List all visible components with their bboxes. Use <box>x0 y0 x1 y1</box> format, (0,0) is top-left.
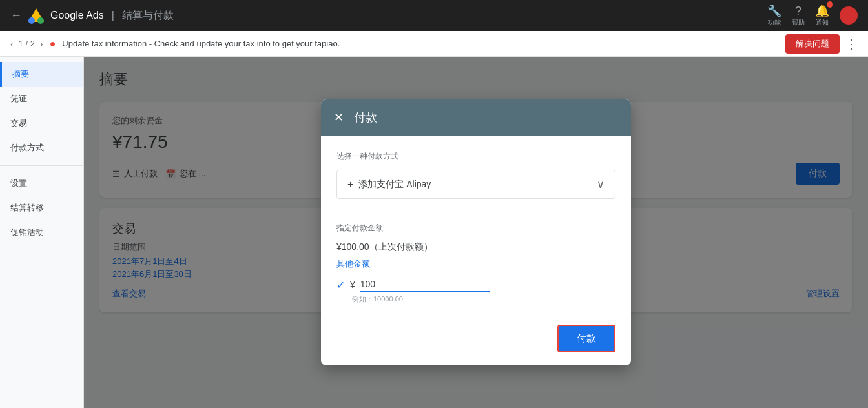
dialog-overlay: ✕ 付款 选择一种付款方式 + 添加支付宝 Alipay ∨ 指定付款金额 <box>84 57 868 408</box>
back-button[interactable]: ← <box>10 9 22 23</box>
amount-input-row: ✓ ¥ <box>336 278 615 292</box>
notif-page-indicator: 1 / 2 <box>19 39 35 48</box>
payment-method-left: + 添加支付宝 Alipay <box>347 179 431 190</box>
top-nav-right: 🔧 功能 ? 帮助 🔔 通知 <box>767 4 858 27</box>
next-notif-btn[interactable]: › <box>40 39 43 49</box>
sidebar-item-summary[interactable]: 摘要 <box>0 62 83 87</box>
notif-more-icon[interactable]: ⋮ <box>845 36 858 52</box>
notif-right: 解决问题 ⋮ <box>785 34 858 54</box>
payment-dialog: ✕ 付款 选择一种付款方式 + 添加支付宝 Alipay ∨ 指定付款金额 <box>321 99 631 365</box>
notif-text: Update tax information - Check and updat… <box>62 39 779 48</box>
dialog-pay-button[interactable]: 付款 <box>557 325 615 352</box>
sidebar-item-payment-method[interactable]: 付款方式 <box>0 136 83 160</box>
tools-icon-wrapper[interactable]: 🔧 功能 <box>767 4 781 27</box>
sidebar-divider-1 <box>0 165 83 166</box>
resolve-button[interactable]: 解决问题 <box>785 34 840 54</box>
content-area: 摘要 您的剩余资金 ¥71.75 ☰ 人工付款 📅 您在 ... 付款 <box>84 57 868 408</box>
amount-input-hint: 例如：10000.00 <box>352 294 615 304</box>
page-title-nav: 结算与付款 <box>122 9 174 23</box>
amount-section-label: 指定付款金额 <box>336 223 615 234</box>
dialog-close-button[interactable]: ✕ <box>334 110 344 125</box>
chevron-down-icon: ∨ <box>597 178 604 190</box>
sidebar-item-campaigns[interactable]: 促销活动 <box>0 220 83 245</box>
plus-icon: + <box>347 179 353 190</box>
prev-notif-btn[interactable]: ‹ <box>10 39 14 49</box>
top-nav-left: ← Google Ads | 结算与付款 <box>10 6 174 25</box>
help-label: 帮助 <box>792 18 805 27</box>
dialog-header: ✕ 付款 <box>321 99 631 136</box>
notif-label: 通知 <box>816 18 829 27</box>
last-amount-label: ¥100.00（上次付款额） <box>336 241 433 253</box>
payment-method-row[interactable]: + 添加支付宝 Alipay ∨ <box>336 170 615 199</box>
notif-bar: ‹ 1 / 2 › ● Update tax information - Che… <box>0 31 868 57</box>
sidebar-item-transactions[interactable]: 交易 <box>0 111 83 136</box>
dialog-footer: 付款 <box>321 317 631 365</box>
app-title: Google Ads <box>50 10 104 21</box>
google-ads-logo: Google Ads <box>27 6 104 25</box>
google-ads-logo-icon <box>27 6 45 25</box>
dialog-body: 选择一种付款方式 + 添加支付宝 Alipay ∨ 指定付款金额 ¥100.00… <box>321 136 631 317</box>
alipay-label: 添加支付宝 Alipay <box>358 179 431 190</box>
amount-input[interactable] <box>360 278 490 292</box>
other-amount-link[interactable]: 其他金额 <box>336 258 615 270</box>
notif-icon-wrapper[interactable]: 🔔 通知 <box>815 4 829 27</box>
tools-label: 功能 <box>768 18 781 27</box>
dialog-title: 付款 <box>354 110 377 125</box>
notif-nav: ‹ 1 / 2 › <box>10 39 43 49</box>
payment-method-label: 选择一种付款方式 <box>336 151 615 162</box>
notif-error-icon: ● <box>50 38 56 50</box>
currency-symbol: ¥ <box>350 280 355 290</box>
sidebar: 摘要 凭证 交易 付款方式 设置 结算转移 促销活动 <box>0 57 84 408</box>
sidebar-item-settings[interactable]: 设置 <box>0 171 83 196</box>
dialog-divider <box>336 212 615 212</box>
sidebar-item-voucher[interactable]: 凭证 <box>0 87 83 111</box>
main-layout: 摘要 凭证 交易 付款方式 设置 结算转移 促销活动 摘要 您的剩余资金 ¥71… <box>0 57 868 408</box>
sidebar-item-transfer[interactable]: 结算转移 <box>0 196 83 220</box>
help-icon-wrapper[interactable]: ? 帮助 <box>792 5 805 27</box>
last-amount-option[interactable]: ¥100.00（上次付款额） <box>336 241 615 253</box>
svg-point-2 <box>28 17 35 24</box>
top-nav: ← Google Ads | 结算与付款 🔧 功能 ? 帮助 🔔 通知 <box>0 0 868 31</box>
notif-badge <box>827 1 833 8</box>
svg-point-1 <box>37 17 44 24</box>
user-avatar[interactable] <box>840 6 858 25</box>
check-icon: ✓ <box>336 279 345 291</box>
